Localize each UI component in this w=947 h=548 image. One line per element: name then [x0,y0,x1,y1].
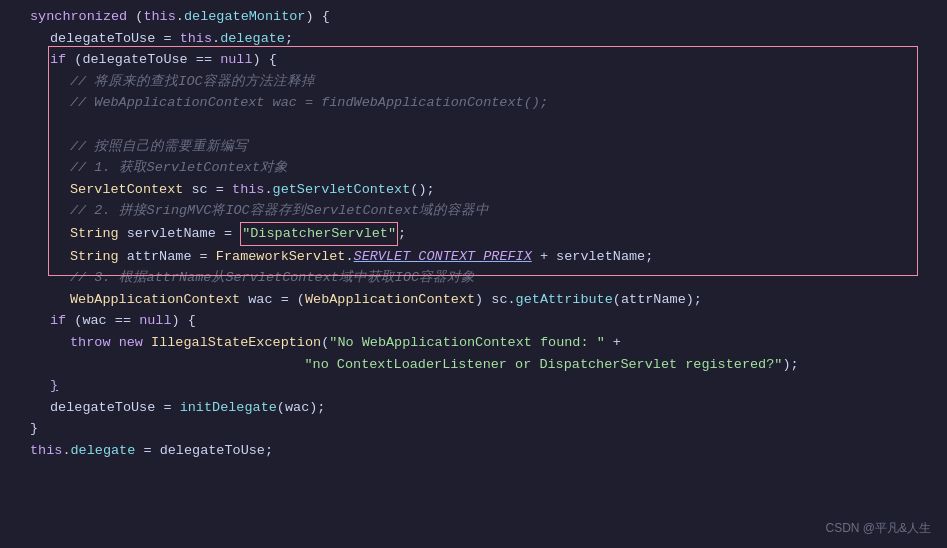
code-line: String attrName = FrameworkServlet.SERVL… [30,246,947,268]
code-line: ServletContext sc = this.getServletConte… [30,179,947,201]
code-line: // WebApplicationContext wac = findWebAp… [30,92,947,114]
code-line: "no ContextLoaderListener or DispatcherS… [30,354,947,376]
code-line: throw new IllegalStateException("No WebA… [30,332,947,354]
code-line: synchronized (this.delegateMonitor) { [30,6,947,28]
code-line: // 按照自己的需要重新编写 [30,136,947,158]
code-line: // 2. 拼接SringMVC将IOC容器存到ServletContext域的… [30,200,947,222]
code-line: } [30,418,947,440]
code-line [30,114,947,136]
code-line: this.delegate = delegateToUse; [30,440,947,462]
code-line: // 3. 根据attrName从ServletContext域中获取IOC容器… [30,267,947,289]
code-line: String servletName = "DispatcherServlet"… [30,222,947,246]
code-line: if (delegateToUse == null) { [30,49,947,71]
code-line: // 将原来的查找IOC容器的方法注释掉 [30,71,947,93]
code-editor: synchronized (this.delegateMonitor) { de… [0,0,947,548]
code-line: // 1. 获取ServletContext对象 [30,157,947,179]
watermark: CSDN @平凡&人生 [825,519,931,538]
code-line: } [30,375,947,397]
code-line: delegateToUse = initDelegate(wac); [30,397,947,419]
code-line: WebApplicationContext wac = (WebApplicat… [30,289,947,311]
code-line: if (wac == null) { [30,310,947,332]
code-line: delegateToUse = this.delegate; [30,28,947,50]
